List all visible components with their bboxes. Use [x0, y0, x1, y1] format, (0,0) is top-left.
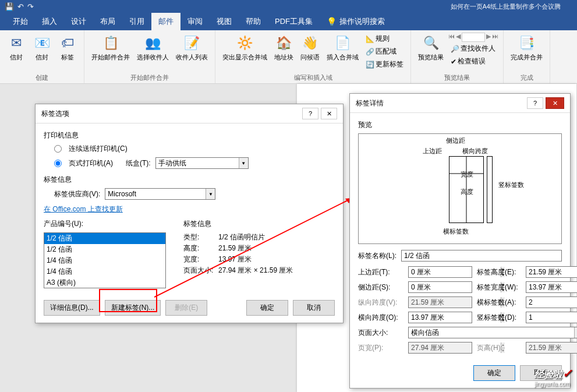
continuous-printer-row: 连续送纸打印机(C) [54, 144, 335, 154]
product-listbox[interactable]: 1/2 信函 1/2 信函 1/4 信函 1/4 信函 A3 (横向) A3 (… [44, 232, 166, 288]
document-title: 如何在一页A4纸上批量制作多个会议腾 [34, 2, 572, 11]
tray-select[interactable]: 手动供纸 ▼ [155, 157, 249, 169]
envelopes-button[interactable]: ✉信封 [5, 33, 28, 62]
vcount-input[interactable]: ▲▼ [526, 312, 577, 323]
tab-review[interactable]: 审阅 [180, 13, 210, 30]
chevron-down-icon: ▼ [239, 158, 248, 168]
label-details-dialog: 标签详情 ? ✕ 预览 侧边距 上边距 横向跨度 宽度 高度 竖标签数 横标签数… [349, 93, 571, 389]
preview-label: 预览 [358, 120, 562, 130]
undo-icon[interactable]: ↶ [17, 2, 24, 11]
tab-references[interactable]: 引用 [122, 13, 151, 30]
dialog-title-bar: 标签详情 ? ✕ [350, 94, 570, 113]
prev-record-icon[interactable]: ◀ [456, 33, 461, 42]
page-printer-row: 页式打印机(A) 纸盒(T): 手动供纸 ▼ [54, 157, 335, 169]
update-button[interactable]: 🔄更新标签 [363, 58, 406, 70]
name-label: 标签名称(L): [358, 251, 397, 261]
find-recipient-button[interactable]: 🔎查找收件人 [448, 43, 498, 55]
close-icon[interactable]: ✕ [546, 97, 564, 109]
save-icon[interactable]: 💾 [5, 2, 14, 11]
record-number-input[interactable] [462, 33, 485, 42]
hspan-input[interactable]: ▲▼ [408, 312, 472, 323]
insert-field-icon: 📄 [334, 34, 352, 52]
finish-merge-button[interactable]: 📑完成并合并 [508, 33, 545, 62]
next-record-icon[interactable]: ▶ [486, 33, 491, 42]
highlight-button[interactable]: 🔆突出显示合并域 [220, 33, 270, 62]
find-icon: 🔎 [451, 45, 459, 53]
first-record-icon[interactable]: ⏮ [448, 33, 455, 42]
update-icon: 🔄 [366, 61, 374, 69]
help-icon[interactable]: ? [302, 108, 318, 119]
help-icon[interactable]: ? [527, 97, 543, 109]
vspan-input: ▲▼ [408, 296, 472, 308]
ok-button[interactable]: 确定 [246, 300, 288, 316]
tab-tellme[interactable]: 💡 操作说明搜索 [320, 13, 392, 30]
label-info-heading2: 标签信息 [183, 219, 293, 229]
ribbon: ✉信封 📧信封 🏷标签 创建 📋开始邮件合并 👥选择收件人 📝收件人列表 开始邮… [0, 30, 577, 84]
details-button[interactable]: 详细信息(D)... [44, 300, 100, 316]
vendor-select[interactable]: Microsoft ▼ [105, 188, 215, 200]
address-button[interactable]: 🏠地址块 [272, 33, 296, 62]
list-item[interactable]: 1/2 信函 [44, 233, 165, 244]
tab-mailings[interactable]: 邮件 [151, 13, 180, 30]
label-icon: 🏷 [58, 34, 77, 52]
preview-diagram: 侧边距 上边距 横向跨度 宽度 高度 竖标签数 横标签数 [358, 133, 562, 244]
delete-button[interactable]: 删除(E) [165, 300, 207, 316]
label-info-heading: 标签信息 [44, 175, 335, 185]
match-icon: 🔗 [366, 48, 374, 56]
start-merge-button[interactable]: 📋开始邮件合并 [89, 33, 132, 62]
hcount-input[interactable]: ▲▼ [526, 296, 577, 308]
tab-insert[interactable]: 插入 [35, 13, 64, 30]
label-width-input[interactable]: ▲▼ [526, 281, 577, 293]
quick-access-toolbar: 💾 ↶ ↷ [5, 2, 34, 11]
dialog-title: 标签详情 [356, 98, 525, 108]
greeting-button[interactable]: 👋问候语 [298, 33, 322, 62]
rules-button[interactable]: 📐规则 [363, 33, 406, 45]
check-icon: ✔ [451, 58, 456, 66]
lightbulb-icon: 💡 [327, 17, 337, 26]
top-margin-input[interactable]: ▲▼ [408, 266, 472, 278]
tab-home[interactable]: 开始 [6, 13, 35, 30]
watermark: 经验啦✓ jingyanla.com [534, 366, 572, 387]
ok-button[interactable]: 确定 [473, 365, 515, 381]
ribbon-group-create: ✉信封 📧信封 🏷标签 创建 [0, 30, 84, 83]
tab-layout[interactable]: 布局 [93, 13, 122, 30]
list-item[interactable]: 1/2 信函 [44, 244, 165, 255]
tab-design[interactable]: 设计 [64, 13, 93, 30]
redo-icon[interactable]: ↷ [27, 2, 34, 11]
label-height-input[interactable]: ▲▼ [526, 266, 577, 278]
vendor-label: 标签供应商(V): [54, 189, 100, 199]
highlight-icon: 🔆 [236, 34, 254, 52]
chevron-down-icon: ▼ [574, 327, 577, 338]
page-printer-radio[interactable] [54, 160, 62, 167]
pagesize-select[interactable]: 横向信函 ▼ [408, 327, 577, 338]
labels-button[interactable]: 🏷标签 [56, 33, 79, 62]
tab-view[interactable]: 视图 [210, 13, 239, 30]
office-update-link[interactable]: 在 Office.com 上查找更新 [44, 205, 123, 213]
letter-icon: 📧 [33, 34, 51, 52]
edit-recipients-button[interactable]: 📝收件人列表 [174, 33, 210, 62]
preview-button[interactable]: 🔍预览结果 [416, 33, 446, 62]
list-item[interactable]: A3 (横向) [44, 277, 165, 288]
new-label-button[interactable]: 新建标签(N)... [105, 300, 161, 316]
match-button[interactable]: 🔗匹配域 [363, 45, 406, 58]
letters-button[interactable]: 📧信封 [30, 33, 54, 62]
continuous-radio[interactable] [54, 145, 62, 153]
list-item[interactable]: 1/4 信函 [44, 255, 165, 266]
insert-field-button[interactable]: 📄插入合并域 [324, 33, 361, 62]
name-input[interactable] [401, 250, 562, 262]
dialog-title: 标签选项 [41, 109, 300, 119]
list-item[interactable]: 1/4 信函 [44, 266, 165, 277]
check-errors-button[interactable]: ✔检查错误 [448, 55, 498, 68]
cancel-button[interactable]: 取消 [293, 300, 335, 316]
page-printer-label: 页式打印机(A) [69, 158, 113, 168]
pagewidth-input: ▲▼ [408, 342, 472, 354]
tab-pdf[interactable]: PDF工具集 [268, 13, 320, 30]
edit-list-icon: 📝 [183, 34, 201, 52]
close-icon[interactable]: ✕ [321, 108, 337, 119]
side-margin-input[interactable]: ▲▼ [408, 281, 472, 293]
continuous-label: 连续送纸打印机(C) [69, 144, 128, 154]
select-recipients-button[interactable]: 👥选择收件人 [134, 33, 171, 62]
tab-help[interactable]: 帮助 [239, 13, 268, 30]
chevron-down-icon: ▼ [206, 189, 215, 199]
last-record-icon[interactable]: ⏭ [492, 33, 498, 42]
